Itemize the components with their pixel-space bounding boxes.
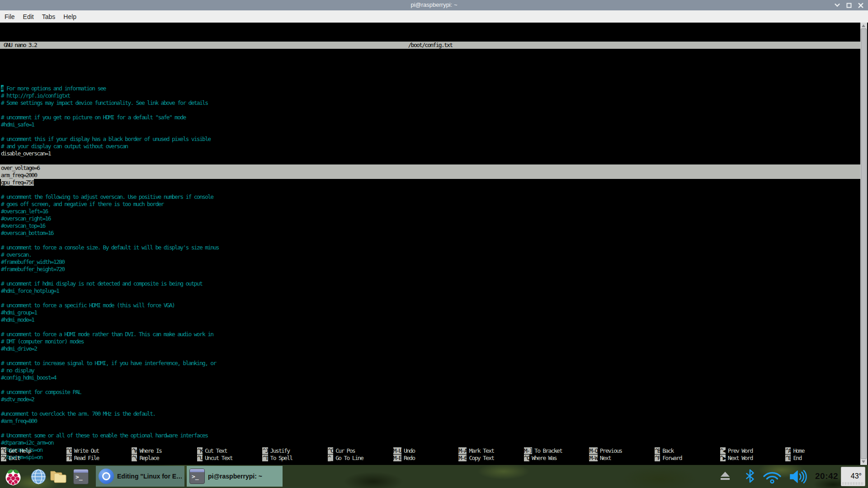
editor-blank-line[interactable] xyxy=(0,295,860,302)
editor-line[interactable]: #framebuffer_width=1280 xyxy=(0,258,860,266)
editor-line[interactable]: #hdmi_safe=1 xyxy=(0,121,860,128)
shortcut-label: Next Word xyxy=(728,455,753,461)
terminal-window[interactable]: GNU nano 3.2 /boot/config.txt # For more… xyxy=(0,23,868,465)
editor-line[interactable]: # uncomment to force a console size. By … xyxy=(0,244,860,251)
shortcut-undo: M-UUndo xyxy=(393,447,415,455)
editor-line[interactable]: # uncomment for composite PAL xyxy=(0,389,860,396)
wifi-icon[interactable] xyxy=(762,470,783,485)
editor-line[interactable]: # uncomment if hdmi display is not detec… xyxy=(0,280,860,287)
terminal-icon: >_ xyxy=(73,469,89,484)
editor-line[interactable]: # uncomment to force a HDMI mode rather … xyxy=(0,331,860,338)
maximize-button[interactable] xyxy=(846,2,852,8)
menu-item-tabs[interactable]: Tabs xyxy=(42,12,59,22)
menu-item-edit[interactable]: Edit xyxy=(23,12,38,22)
scrollbar-up-arrow-icon[interactable] xyxy=(862,24,865,27)
editor-blank-line[interactable] xyxy=(0,324,860,331)
menu-item-file[interactable]: File xyxy=(5,12,19,22)
nano-file-path: /boot/config.txt xyxy=(0,42,860,49)
editor-line[interactable]: # For more options and information see xyxy=(0,85,860,92)
editor-line[interactable]: # http://rpf.io/configtxt xyxy=(0,92,860,99)
shortcut-key: M-] xyxy=(524,447,532,454)
raspberry-icon xyxy=(5,468,22,486)
shortcut-key: ^G xyxy=(1,447,6,454)
editor-blank-line[interactable] xyxy=(0,425,860,432)
editor-line[interactable]: over_voltage=6 xyxy=(0,164,860,172)
editor-line[interactable]: #sdtv_mode=2 xyxy=(0,396,860,403)
editor-blank-line[interactable] xyxy=(0,107,860,114)
editor-line[interactable]: gpu_freq=750 xyxy=(0,179,860,186)
shortcut-label: Mark Text xyxy=(469,447,494,454)
editor-blank-line[interactable] xyxy=(0,128,860,136)
editor-line[interactable]: # DMT (computer monitor) modes xyxy=(0,338,860,345)
globe-icon xyxy=(30,469,47,485)
scrollbar-down-arrow-icon[interactable] xyxy=(862,460,865,463)
launcher-terminal[interactable]: >_ xyxy=(72,468,90,485)
shortcut-label: Read File xyxy=(74,455,99,461)
editor-line[interactable]: #overscan_top=16 xyxy=(0,222,860,230)
bluetooth-icon[interactable] xyxy=(744,469,756,485)
nano-header: GNU nano 3.2 /boot/config.txt xyxy=(0,42,860,49)
shade-button[interactable] xyxy=(834,2,840,8)
shortcut-key: M-U xyxy=(393,447,401,454)
nano-editor[interactable]: GNU nano 3.2 /boot/config.txt # For more… xyxy=(0,27,860,488)
editor-line[interactable]: # uncomment to force a specific HDMI mod… xyxy=(0,302,860,309)
editor-line[interactable]: #framebuffer_height=720 xyxy=(0,266,860,273)
editor-line[interactable]: # overscan. xyxy=(0,251,860,258)
editor-line[interactable]: #overscan_right=16 xyxy=(0,215,860,222)
close-icon xyxy=(858,3,863,8)
volume-icon[interactable] xyxy=(789,469,809,486)
launcher-file-manager[interactable] xyxy=(50,468,67,485)
shortcut-home: ^AHome xyxy=(785,447,804,455)
editor-line[interactable]: # uncomment this if your display has a b… xyxy=(0,136,860,143)
editor-line[interactable]: # goes off screen, and negative if there… xyxy=(0,201,860,208)
close-button[interactable] xyxy=(858,2,863,8)
shortcut-label: Next xyxy=(600,455,611,461)
editor-line[interactable]: #arm_freq=800 xyxy=(0,418,860,425)
editor-line[interactable]: #hdmi_group=1 xyxy=(0,309,860,316)
editor-line[interactable]: #dtparam=i2c_arm=on xyxy=(0,439,860,446)
terminal-scrollbar[interactable] xyxy=(860,23,867,465)
editor-line[interactable]: #hdmi_mode=1 xyxy=(0,316,860,324)
taskbar-clock[interactable]: 20:42 xyxy=(815,471,838,481)
editor-line[interactable]: # uncomment if you get no picture on HDM… xyxy=(0,114,860,121)
editor-line[interactable]: # no display xyxy=(0,367,860,374)
editor-line[interactable]: # Some settings may impact device functi… xyxy=(0,99,860,107)
editor-line[interactable]: #overscan_left=16 xyxy=(0,208,860,215)
editor-line[interactable]: # and your display can output without ov… xyxy=(0,143,860,150)
editor-line[interactable]: #hdmi_drive=2 xyxy=(0,345,860,352)
taskbar-window-2[interactable]: >_pi@raspberrypi: ~ xyxy=(187,466,283,487)
launcher-applications-menu[interactable] xyxy=(5,468,22,485)
editor-line[interactable]: disable_overscan=1 xyxy=(0,150,860,157)
editor-blank-line[interactable] xyxy=(0,237,860,244)
editor-line[interactable]: #uncomment to overclock the arm. 700 MHz… xyxy=(0,410,860,418)
shortcut-label: Prev Word xyxy=(728,447,753,454)
editor-line[interactable]: # uncomment the following to adjust over… xyxy=(0,193,860,201)
shortcut-forward: ^FForward xyxy=(655,455,682,462)
editor-blank-line[interactable] xyxy=(0,352,860,360)
taskbar: 20:42 43° >_ Editin xyxy=(0,465,868,488)
editor-blank-line[interactable] xyxy=(0,186,860,193)
editor-line[interactable]: #hdmi_force_hotplug=1 xyxy=(0,287,860,295)
window-titlebar[interactable]: pi@raspberrypi: ~ xyxy=(0,0,868,10)
launcher-web-browser[interactable] xyxy=(30,468,47,485)
editor-blank-line[interactable] xyxy=(0,403,860,410)
editor-blank-line[interactable] xyxy=(0,157,860,164)
scrollbar-thumb[interactable] xyxy=(861,28,867,459)
editor-blank-line[interactable] xyxy=(0,273,860,280)
editor-line[interactable]: #overscan_bottom=16 xyxy=(0,230,860,237)
editor-line[interactable]: # uncomment to increase signal to HDMI, … xyxy=(0,360,860,367)
shortcut-prev-word: ^◀Prev Word xyxy=(720,447,753,455)
shortcut-key: ^C xyxy=(328,447,333,454)
eject-icon[interactable] xyxy=(719,470,731,484)
menu-item-help[interactable]: Help xyxy=(63,12,80,22)
editor-line[interactable]: arm_freq=2000 xyxy=(0,172,860,179)
editor-line[interactable]: # Uncomment some or all of these to enab… xyxy=(0,432,860,439)
editor-blank-line[interactable] xyxy=(0,381,860,389)
shortcut-next-word: ^▶Next Word xyxy=(720,455,753,462)
taskbar-window-1[interactable]: Editing "Linux for E… xyxy=(96,466,184,487)
shortcut-label: Forward xyxy=(662,455,682,461)
shortcut-label: Home xyxy=(793,447,804,454)
editor-line[interactable]: #config_hdmi_boost=4 xyxy=(0,374,860,381)
shortcut-label: Cut Text xyxy=(205,447,227,454)
shortcut-next: M-WNext xyxy=(589,455,611,462)
